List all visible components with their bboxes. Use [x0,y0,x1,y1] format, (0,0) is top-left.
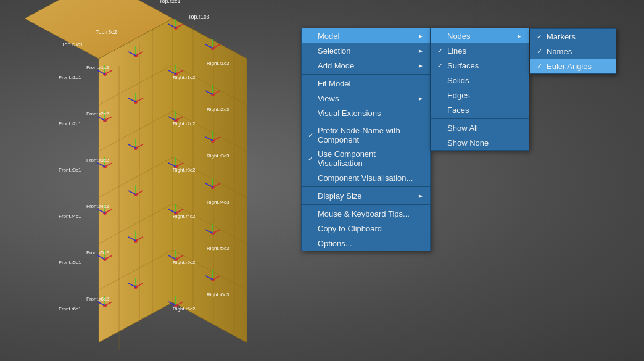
svg-text:Right.r4c2: Right.r4c2 [173,214,196,219]
menu-arrow-nodes: ► [515,33,522,39]
secondary-menu: Nodes ► ✓ Lines ✓ Surfaces Solids Edges [431,28,529,151]
svg-text:Top.r2c1: Top.r2c1 [159,0,181,4]
svg-text:Right.r6c3: Right.r6c3 [207,292,229,297]
menu-label-visual-extensions: Visual Extensions [318,109,416,118]
svg-text:Front.r6c2: Front.r6c2 [86,296,109,302]
menu-item-mouse-keyboard[interactable]: Mouse & Keyboard Tips... [302,206,430,221]
menu-item-lines[interactable]: ✓ Lines [431,43,529,58]
svg-text:Right.r6c2: Right.r6c2 [173,306,196,312]
menu-item-markers[interactable]: ✓ Markers [530,29,616,44]
menu-label-prefix-node: Prefix Node-Name with Component [318,126,416,144]
svg-text:Top.r3c2: Top.r3c2 [96,29,117,35]
svg-text:Right.r1c2: Right.r1c2 [173,75,196,80]
menu-item-display-size[interactable]: Display Size ► [302,188,430,203]
menu-label-solids: Solids [447,76,515,85]
svg-text:Right.r5c3: Right.r5c3 [207,246,229,251]
svg-text:Right.r2c2: Right.r2c2 [173,121,196,127]
menu-item-nodes[interactable]: Nodes ► [431,28,529,43]
menu-item-options[interactable]: Options... [302,236,430,251]
menu-label-names: Names [547,47,602,56]
svg-text:Right.r3c3: Right.r3c3 [207,153,229,159]
tertiary-menu: ✓ Markers ✓ Names ✓ Euler Angles [530,28,616,74]
menu-item-visual-extensions[interactable]: Visual Extensions [302,106,430,120]
menu-label-add-mode: Add Mode [318,61,416,70]
menu-item-use-component[interactable]: ✓ Use Component Visualisation [302,147,430,170]
svg-text:Front.r1c1: Front.r1c1 [59,75,81,80]
menu-label-nodes: Nodes [447,31,515,41]
menu-arrow-add-mode: ► [416,62,424,69]
svg-text:Right.r1c3: Right.r1c3 [207,60,229,66]
menu-item-edges[interactable]: Edges [431,88,529,102]
menu-item-names[interactable]: ✓ Names [530,44,616,59]
svg-text:Front.r5c1: Front.r5c1 [59,260,81,265]
menu-check-lines: ✓ [437,47,447,55]
menu-check-euler-angles: ✓ [537,62,547,70]
menu-item-model[interactable]: Model ► [302,28,430,43]
menu-item-show-all[interactable]: Show All [431,120,529,135]
menu-item-show-none[interactable]: Show None [431,135,529,150]
menu-item-prefix-node[interactable]: ✓ Prefix Node-Name with Component [302,123,430,147]
menu-label-copy-clipboard: Copy to Clipboard [318,224,416,233]
menu-item-selection[interactable]: Selection ► [302,43,430,58]
svg-text:Right.r5c2: Right.r5c2 [173,260,196,265]
menu-system: Model ► Selection ► Add Mode ► Fit Model… [301,28,431,251]
menu-label-selection: Selection [318,46,416,56]
primary-menu: Model ► Selection ► Add Mode ► Fit Model… [301,28,431,251]
svg-text:Front.r2c2: Front.r2c2 [86,111,109,117]
menu-label-euler-angles: Euler Angles [547,62,602,71]
menu-label-faces: Faces [447,106,515,115]
menu-label-fit-model: Fit Model [318,79,416,88]
menu-item-solids[interactable]: Solids [431,73,529,88]
menu-item-fit-model[interactable]: Fit Model [302,76,430,91]
menu-divider-3 [302,186,430,187]
menu-item-views[interactable]: Views ► [302,91,430,106]
menu-label-model: Model [318,31,416,41]
menu-label-display-size: Display Size [318,191,416,201]
menu-label-mouse-keyboard: Mouse & Keyboard Tips... [318,209,416,218]
menu-arrow-model: ► [416,33,424,39]
menu-label-edges: Edges [447,91,515,100]
menu-label-lines: Lines [447,46,515,56]
building-model: Top.r1c1 Top.r1c2 Top.r2c1 Top.r2c2 Top.… [0,0,271,361]
menu-divider-4 [302,204,430,205]
menu-check-use-component: ✓ [308,155,318,163]
svg-text:Front.r5c2: Front.r5c2 [86,250,109,255]
menu-item-add-mode[interactable]: Add Mode ► [302,58,430,73]
menu-divider-2 [302,122,430,122]
menu-check-surfaces: ✓ [437,62,447,70]
svg-text:Front.r1c2: Front.r1c2 [86,65,109,70]
svg-text:Right.r2c3: Right.r2c3 [207,107,229,112]
menu-item-copy-clipboard[interactable]: Copy to Clipboard [302,221,430,236]
menu-check-names: ✓ [537,48,547,56]
menu-label-component-vis: Component Visualisation... [318,173,416,183]
secondary-divider-1 [431,118,529,119]
menu-arrow-display-size: ► [416,193,424,199]
svg-marker-1 [99,19,173,342]
svg-text:Front.r4c2: Front.r4c2 [86,204,109,209]
svg-text:Front.r4c1: Front.r4c1 [59,214,81,219]
menu-arrow-views: ► [416,95,424,102]
menu-check-prefix-node: ✓ [308,131,318,139]
svg-text:Right.r4c3: Right.r4c3 [207,199,229,205]
menu-label-show-all: Show All [447,123,515,133]
menu-check-markers: ✓ [537,33,547,41]
svg-text:Front.r3c2: Front.r3c2 [86,157,109,163]
menu-item-component-vis[interactable]: Component Visualisation... [302,170,430,185]
menu-label-use-component: Use Component Visualisation [318,149,416,168]
menu-arrow-selection: ► [416,48,424,54]
menu-item-euler-angles[interactable]: ✓ Euler Angles [530,59,616,73]
svg-text:Top.r1c3: Top.r1c3 [188,14,210,20]
svg-text:Top.r3c1: Top.r3c1 [62,41,83,48]
menu-label-options: Options... [318,239,416,248]
svg-text:Front.r6c1: Front.r6c1 [59,306,81,312]
menu-item-surfaces[interactable]: ✓ Surfaces [431,58,529,73]
menu-label-show-none: Show None [447,138,515,147]
menu-label-views: Views [318,94,416,103]
menu-item-faces[interactable]: Faces [431,102,529,117]
menu-label-surfaces: Surfaces [447,61,515,70]
menu-label-markers: Markers [547,32,602,41]
svg-text:Front.r2c1: Front.r2c1 [59,121,81,127]
svg-text:Front.r3c1: Front.r3c1 [59,167,81,173]
svg-text:Right.r3c2: Right.r3c2 [173,167,196,173]
menu-divider-1 [302,74,430,75]
